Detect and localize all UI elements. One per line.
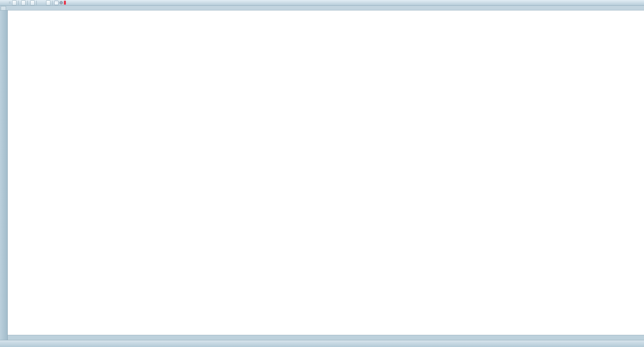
indicators-dropdown[interactable] xyxy=(46,0,50,5)
bottom-toolbar xyxy=(0,340,644,347)
candle-chart-icon xyxy=(1,0,8,6)
grip-icon: ⠿ xyxy=(9,1,11,4)
units-dropdown[interactable] xyxy=(30,0,35,5)
add-chart-icon[interactable] xyxy=(636,0,643,6)
legend-collapse-button[interactable] xyxy=(1,6,6,10)
status-dot-icon xyxy=(60,1,63,4)
indicator-curve-icon xyxy=(38,0,45,6)
period-dropdown[interactable] xyxy=(21,0,26,5)
change-badge xyxy=(64,1,66,5)
top-toolbar: ⠿ xyxy=(0,0,644,6)
main-chart[interactable] xyxy=(0,0,644,347)
indicator-legend-row xyxy=(0,6,644,10)
time-axis[interactable] xyxy=(0,335,644,340)
symbol-dropdown[interactable] xyxy=(12,0,16,5)
drawing-toolbar xyxy=(0,10,8,340)
info-icon[interactable] xyxy=(54,1,59,5)
